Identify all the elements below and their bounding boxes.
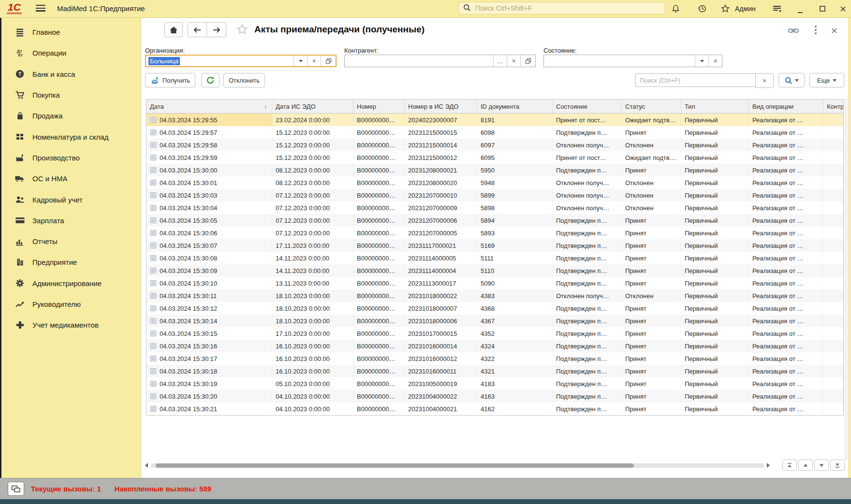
- cell-status[interactable]: Принят: [622, 126, 681, 139]
- decline-button[interactable]: Отклонить: [223, 73, 265, 87]
- cell-type[interactable]: Первичный: [681, 340, 749, 352]
- cell-number-is-edo[interactable]: 20231018000006: [405, 315, 477, 327]
- cell-contragent[interactable]: [823, 189, 843, 202]
- cell-contragent[interactable]: [823, 365, 843, 377]
- cell-status[interactable]: Принят: [622, 390, 681, 403]
- go-to-last-row-button[interactable]: [830, 460, 845, 471]
- cell-state[interactable]: Подтвержден п…: [553, 214, 622, 227]
- table-row[interactable]: 04.03.2024 15:29:5715.12.2023 0:00:00В00…: [147, 126, 843, 139]
- cell-number[interactable]: В00000000…: [353, 176, 405, 189]
- sidebar-item-rukovoditelyu[interactable]: Руководителю: [1, 294, 140, 315]
- col-header-sostoyanie[interactable]: Состояние: [553, 100, 622, 113]
- cell-state[interactable]: Подтвержден п…: [553, 264, 622, 277]
- cell-contragent[interactable]: [823, 139, 843, 151]
- cell-state[interactable]: Подтвержден п…: [553, 340, 622, 352]
- cell-number[interactable]: В00000000…: [353, 390, 405, 403]
- cell-contragent[interactable]: [823, 327, 843, 340]
- cell-operation[interactable]: Реализация от …: [749, 176, 823, 189]
- cell-state[interactable]: Подтвержден п…: [553, 252, 622, 264]
- table-row[interactable]: 04.03.2024 15:30:0407.12.2023 0:00:00В00…: [147, 202, 843, 214]
- col-header-data-is-edo[interactable]: Дата ИС ЭДО: [272, 100, 353, 113]
- cell-contragent[interactable]: [823, 315, 843, 327]
- org-open-button[interactable]: [321, 56, 336, 66]
- cell-date[interactable]: 04.03.2024 15:30:20: [147, 390, 272, 403]
- sidebar-item-pokupka[interactable]: Покупка: [1, 85, 140, 105]
- cell-number[interactable]: В00000000…: [353, 365, 405, 377]
- cell-date[interactable]: 04.03.2024 15:30:19: [147, 377, 272, 390]
- cell-doc-id[interactable]: 5110: [477, 264, 553, 277]
- cell-contragent[interactable]: [823, 264, 843, 277]
- cell-status[interactable]: Принят: [622, 239, 681, 252]
- cell-doc-id[interactable]: 4321: [477, 365, 553, 377]
- cell-number-is-edo[interactable]: 20231207000006: [405, 214, 477, 227]
- receive-button[interactable]: Получить: [145, 73, 195, 87]
- cell-operation[interactable]: Реализация от …: [749, 114, 823, 126]
- cell-date-is-edo[interactable]: 07.12.2023 0:00:00: [272, 202, 353, 214]
- cell-type[interactable]: Первичный: [681, 289, 749, 302]
- cell-status[interactable]: Принят: [622, 227, 681, 239]
- table-row[interactable]: 04.03.2024 15:30:0814.11.2023 0:00:00В00…: [147, 252, 843, 264]
- cell-number-is-edo[interactable]: 20231113000017: [405, 277, 477, 289]
- current-user[interactable]: Админ: [735, 5, 756, 13]
- cell-date-is-edo[interactable]: 18.10.2023 0:00:00: [272, 289, 353, 302]
- contragent-open-button[interactable]: [520, 55, 535, 67]
- table-row[interactable]: 04.03.2024 15:30:1418.10.2023 0:00:00В00…: [147, 315, 843, 327]
- cell-state[interactable]: Подтвержден п…: [553, 277, 622, 289]
- forward-button[interactable]: [207, 22, 226, 37]
- cell-state[interactable]: Подтвержден п…: [553, 390, 622, 403]
- cell-state[interactable]: Подтвержден п…: [553, 327, 622, 340]
- cell-type[interactable]: Первичный: [681, 176, 749, 189]
- cell-number[interactable]: В00000000…: [353, 189, 405, 202]
- cell-number[interactable]: В00000000…: [353, 403, 405, 415]
- sidebar-item-otchety[interactable]: Отчеты: [1, 231, 140, 252]
- cell-type[interactable]: Первичный: [681, 126, 749, 139]
- table-row[interactable]: 04.03.2024 15:30:0717.11.2023 0:00:00В00…: [147, 239, 843, 252]
- cell-date[interactable]: 04.03.2024 15:30:10: [147, 277, 272, 289]
- cell-date[interactable]: 04.03.2024 15:29:57: [147, 126, 272, 139]
- global-search[interactable]: [458, 2, 665, 14]
- cell-doc-id[interactable]: 5948: [477, 176, 553, 189]
- cell-number[interactable]: В00000000…: [353, 239, 405, 252]
- cell-doc-id[interactable]: 4183: [477, 377, 553, 390]
- scroll-left-arrow[interactable]: [145, 463, 148, 468]
- cell-operation[interactable]: Реализация от …: [749, 202, 823, 214]
- cell-date-is-edo[interactable]: 07.12.2023 0:00:00: [272, 214, 353, 227]
- cell-operation[interactable]: Реализация от …: [749, 390, 823, 403]
- table-row[interactable]: 04.03.2024 15:30:0307.12.2023 0:00:00В00…: [147, 189, 843, 202]
- cell-date-is-edo[interactable]: 07.12.2023 0:00:00: [272, 227, 353, 239]
- cell-state[interactable]: Подтвержден п…: [553, 377, 622, 390]
- table-row[interactable]: 04.03.2024 15:30:0507.12.2023 0:00:00В00…: [147, 214, 843, 227]
- cell-number-is-edo[interactable]: 20231016000011: [405, 365, 477, 377]
- sidebar-item-prodazha[interactable]: Продажа: [1, 105, 140, 126]
- table-row[interactable]: 04.03.2024 15:30:0607.12.2023 0:00:00В00…: [147, 227, 843, 239]
- sidebar-item-predpriyatie[interactable]: Предприятие: [1, 252, 140, 273]
- cell-type[interactable]: Первичный: [681, 277, 749, 289]
- cell-date-is-edo[interactable]: 18.10.2023 0:00:00: [272, 302, 353, 315]
- cell-type[interactable]: Первичный: [681, 327, 749, 340]
- cell-doc-id[interactable]: 6097: [477, 139, 553, 151]
- cell-date-is-edo[interactable]: 04.10.2023 0:00:00: [272, 403, 353, 415]
- cell-number[interactable]: В00000000…: [353, 164, 405, 176]
- cell-date[interactable]: 04.03.2024 15:30:09: [147, 264, 272, 277]
- col-header-vid-operacii[interactable]: Вид операции: [749, 100, 823, 113]
- cell-date[interactable]: 04.03.2024 15:30:07: [147, 239, 272, 252]
- sidebar-item-uchet-medikamentov[interactable]: Учет медикаментов: [1, 315, 140, 335]
- state-dropdown-button[interactable]: [695, 55, 708, 67]
- cell-doc-id[interactable]: 5898: [477, 202, 553, 214]
- cell-state[interactable]: Подтвержден п…: [553, 227, 622, 239]
- cell-operation[interactable]: Реализация от …: [749, 239, 823, 252]
- cell-contragent[interactable]: [823, 114, 843, 126]
- cell-status[interactable]: Принят: [622, 352, 681, 365]
- service-menu-icon[interactable]: [772, 4, 782, 14]
- cell-state[interactable]: Отклонен получ…: [553, 189, 622, 202]
- cell-doc-id[interactable]: 6098: [477, 126, 553, 139]
- cell-operation[interactable]: Реализация от …: [749, 126, 823, 139]
- contragent-choose-button[interactable]: …: [493, 55, 507, 67]
- table-row[interactable]: 04.03.2024 15:30:0108.12.2023 0:00:00В00…: [147, 176, 843, 189]
- cell-type[interactable]: Первичный: [681, 164, 749, 176]
- cell-date[interactable]: 04.03.2024 15:30:15: [147, 327, 272, 340]
- cell-number-is-edo[interactable]: 20231018000007: [405, 302, 477, 315]
- cell-doc-id[interactable]: 6095: [477, 151, 553, 164]
- cell-contragent[interactable]: [823, 340, 843, 352]
- cell-operation[interactable]: Реализация от …: [749, 151, 823, 164]
